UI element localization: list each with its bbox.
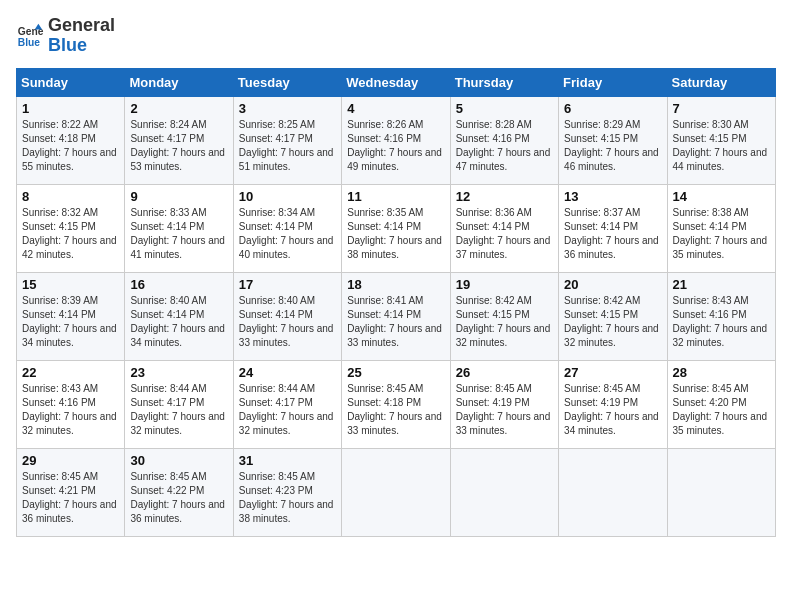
cell-daylight: Daylight: 7 hours and 33 minutes.: [239, 323, 334, 348]
cell-daylight: Daylight: 7 hours and 53 minutes.: [130, 147, 225, 172]
calendar-cell: 9 Sunrise: 8:33 AM Sunset: 4:14 PM Dayli…: [125, 184, 233, 272]
cell-sunset: Sunset: 4:16 PM: [673, 309, 747, 320]
cell-sunrise: Sunrise: 8:36 AM: [456, 207, 532, 218]
day-number: 9: [130, 189, 227, 204]
svg-text:Blue: Blue: [18, 37, 41, 48]
day-number: 11: [347, 189, 444, 204]
calendar-cell: [667, 448, 775, 536]
cell-daylight: Daylight: 7 hours and 40 minutes.: [239, 235, 334, 260]
cell-sunrise: Sunrise: 8:26 AM: [347, 119, 423, 130]
cell-sunset: Sunset: 4:14 PM: [130, 309, 204, 320]
cell-sunset: Sunset: 4:14 PM: [564, 221, 638, 232]
calendar-cell: 4 Sunrise: 8:26 AM Sunset: 4:16 PM Dayli…: [342, 96, 450, 184]
day-number: 13: [564, 189, 661, 204]
cell-daylight: Daylight: 7 hours and 42 minutes.: [22, 235, 117, 260]
cell-sunset: Sunset: 4:17 PM: [239, 133, 313, 144]
calendar-cell: 6 Sunrise: 8:29 AM Sunset: 4:15 PM Dayli…: [559, 96, 667, 184]
calendar-cell: 13 Sunrise: 8:37 AM Sunset: 4:14 PM Dayl…: [559, 184, 667, 272]
calendar-week-5: 29 Sunrise: 8:45 AM Sunset: 4:21 PM Dayl…: [17, 448, 776, 536]
day-number: 16: [130, 277, 227, 292]
logo-text-general: General: [48, 16, 115, 36]
cell-daylight: Daylight: 7 hours and 34 minutes.: [22, 323, 117, 348]
calendar-cell: 16 Sunrise: 8:40 AM Sunset: 4:14 PM Dayl…: [125, 272, 233, 360]
calendar-cell: 28 Sunrise: 8:45 AM Sunset: 4:20 PM Dayl…: [667, 360, 775, 448]
cell-sunset: Sunset: 4:15 PM: [456, 309, 530, 320]
calendar-header-row: SundayMondayTuesdayWednesdayThursdayFrid…: [17, 68, 776, 96]
day-number: 30: [130, 453, 227, 468]
cell-daylight: Daylight: 7 hours and 32 minutes.: [22, 411, 117, 436]
header-thursday: Thursday: [450, 68, 558, 96]
calendar-cell: 18 Sunrise: 8:41 AM Sunset: 4:14 PM Dayl…: [342, 272, 450, 360]
calendar-cell: 24 Sunrise: 8:44 AM Sunset: 4:17 PM Dayl…: [233, 360, 341, 448]
cell-sunrise: Sunrise: 8:40 AM: [130, 295, 206, 306]
calendar-cell: 20 Sunrise: 8:42 AM Sunset: 4:15 PM Dayl…: [559, 272, 667, 360]
cell-daylight: Daylight: 7 hours and 38 minutes.: [239, 499, 334, 524]
cell-sunrise: Sunrise: 8:33 AM: [130, 207, 206, 218]
calendar-cell: 27 Sunrise: 8:45 AM Sunset: 4:19 PM Dayl…: [559, 360, 667, 448]
day-number: 18: [347, 277, 444, 292]
day-number: 4: [347, 101, 444, 116]
cell-sunset: Sunset: 4:14 PM: [22, 309, 96, 320]
cell-sunset: Sunset: 4:14 PM: [239, 221, 313, 232]
calendar-cell: 15 Sunrise: 8:39 AM Sunset: 4:14 PM Dayl…: [17, 272, 125, 360]
header-saturday: Saturday: [667, 68, 775, 96]
cell-daylight: Daylight: 7 hours and 35 minutes.: [673, 411, 768, 436]
cell-daylight: Daylight: 7 hours and 32 minutes.: [673, 323, 768, 348]
cell-daylight: Daylight: 7 hours and 32 minutes.: [456, 323, 551, 348]
day-number: 25: [347, 365, 444, 380]
calendar-cell: 1 Sunrise: 8:22 AM Sunset: 4:18 PM Dayli…: [17, 96, 125, 184]
cell-sunrise: Sunrise: 8:28 AM: [456, 119, 532, 130]
header-monday: Monday: [125, 68, 233, 96]
cell-sunrise: Sunrise: 8:45 AM: [239, 471, 315, 482]
day-number: 19: [456, 277, 553, 292]
calendar-cell: 12 Sunrise: 8:36 AM Sunset: 4:14 PM Dayl…: [450, 184, 558, 272]
cell-daylight: Daylight: 7 hours and 47 minutes.: [456, 147, 551, 172]
cell-sunset: Sunset: 4:16 PM: [22, 397, 96, 408]
day-number: 2: [130, 101, 227, 116]
cell-sunset: Sunset: 4:14 PM: [130, 221, 204, 232]
cell-daylight: Daylight: 7 hours and 38 minutes.: [347, 235, 442, 260]
cell-sunrise: Sunrise: 8:42 AM: [564, 295, 640, 306]
cell-sunset: Sunset: 4:19 PM: [456, 397, 530, 408]
cell-sunset: Sunset: 4:23 PM: [239, 485, 313, 496]
cell-sunset: Sunset: 4:14 PM: [347, 309, 421, 320]
cell-sunset: Sunset: 4:21 PM: [22, 485, 96, 496]
calendar-table: SundayMondayTuesdayWednesdayThursdayFrid…: [16, 68, 776, 537]
day-number: 24: [239, 365, 336, 380]
calendar-week-2: 8 Sunrise: 8:32 AM Sunset: 4:15 PM Dayli…: [17, 184, 776, 272]
day-number: 26: [456, 365, 553, 380]
day-number: 6: [564, 101, 661, 116]
cell-sunrise: Sunrise: 8:45 AM: [347, 383, 423, 394]
cell-sunrise: Sunrise: 8:38 AM: [673, 207, 749, 218]
cell-sunrise: Sunrise: 8:43 AM: [673, 295, 749, 306]
cell-sunset: Sunset: 4:15 PM: [22, 221, 96, 232]
day-number: 21: [673, 277, 770, 292]
cell-sunrise: Sunrise: 8:40 AM: [239, 295, 315, 306]
calendar-cell: 19 Sunrise: 8:42 AM Sunset: 4:15 PM Dayl…: [450, 272, 558, 360]
cell-sunrise: Sunrise: 8:45 AM: [673, 383, 749, 394]
cell-sunrise: Sunrise: 8:45 AM: [564, 383, 640, 394]
cell-sunrise: Sunrise: 8:22 AM: [22, 119, 98, 130]
day-number: 28: [673, 365, 770, 380]
calendar-cell: 11 Sunrise: 8:35 AM Sunset: 4:14 PM Dayl…: [342, 184, 450, 272]
cell-daylight: Daylight: 7 hours and 41 minutes.: [130, 235, 225, 260]
day-number: 14: [673, 189, 770, 204]
cell-daylight: Daylight: 7 hours and 49 minutes.: [347, 147, 442, 172]
cell-sunrise: Sunrise: 8:45 AM: [130, 471, 206, 482]
cell-sunset: Sunset: 4:16 PM: [347, 133, 421, 144]
day-number: 23: [130, 365, 227, 380]
calendar-cell: 2 Sunrise: 8:24 AM Sunset: 4:17 PM Dayli…: [125, 96, 233, 184]
header: General Blue General Blue: [16, 16, 776, 56]
cell-sunset: Sunset: 4:16 PM: [456, 133, 530, 144]
cell-daylight: Daylight: 7 hours and 32 minutes.: [239, 411, 334, 436]
calendar-cell: 5 Sunrise: 8:28 AM Sunset: 4:16 PM Dayli…: [450, 96, 558, 184]
logo-icon: General Blue: [16, 22, 44, 50]
calendar-cell: 23 Sunrise: 8:44 AM Sunset: 4:17 PM Dayl…: [125, 360, 233, 448]
header-tuesday: Tuesday: [233, 68, 341, 96]
cell-sunset: Sunset: 4:14 PM: [239, 309, 313, 320]
cell-sunrise: Sunrise: 8:45 AM: [456, 383, 532, 394]
cell-sunrise: Sunrise: 8:39 AM: [22, 295, 98, 306]
calendar-cell: 26 Sunrise: 8:45 AM Sunset: 4:19 PM Dayl…: [450, 360, 558, 448]
cell-daylight: Daylight: 7 hours and 36 minutes.: [564, 235, 659, 260]
header-wednesday: Wednesday: [342, 68, 450, 96]
